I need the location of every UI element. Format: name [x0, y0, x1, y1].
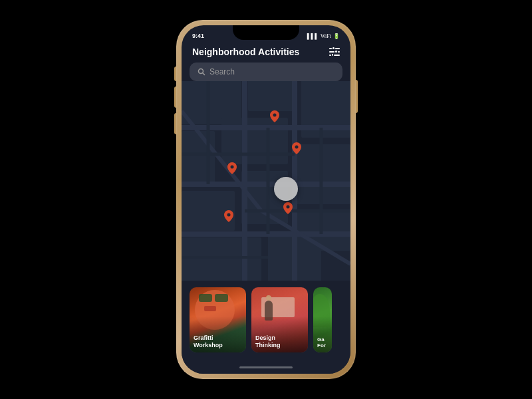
activity-cards: Grafitti Workshop Design T — [182, 281, 350, 360]
search-icon — [198, 68, 205, 76]
status-icons: ▌▌▌ WiFi 🔋 — [307, 33, 340, 39]
svg-point-27 — [273, 114, 276, 117]
wifi-icon: WiFi — [321, 33, 331, 39]
power-button — [356, 80, 358, 113]
notch — [233, 25, 299, 40]
map-streets — [182, 81, 350, 281]
phone-frame: 9:41 ▌▌▌ WiFi 🔋 Neighborhood Activities — [176, 20, 356, 379]
svg-rect-4 — [248, 81, 295, 111]
map-pin-4[interactable] — [224, 210, 233, 225]
search-bar[interactable]: Search — [190, 63, 342, 81]
search-placeholder: Search — [209, 67, 235, 76]
svg-point-29 — [231, 166, 234, 169]
app-header: Neighborhood Activities — [182, 44, 350, 63]
activity-card-design[interactable]: Design Thinking — [251, 287, 308, 352]
volume-up-button — [174, 86, 176, 108]
filter-button[interactable] — [329, 48, 340, 56]
activity-card-garden[interactable]: GaFor — [313, 287, 332, 352]
card-label-design: Design Thinking — [251, 331, 308, 352]
signal-icon: ▌▌▌ — [307, 33, 319, 39]
map-view[interactable] — [182, 81, 350, 281]
battery-icon: 🔋 — [333, 33, 340, 39]
map-pin-2[interactable] — [292, 142, 301, 157]
card-label-garden: GaFor — [313, 333, 332, 352]
svg-line-1 — [203, 73, 205, 75]
current-location — [274, 177, 298, 201]
svg-point-28 — [295, 146, 298, 149]
page-title: Neighborhood Activities — [192, 47, 299, 57]
svg-rect-11 — [182, 237, 261, 281]
map-pin-5[interactable] — [283, 202, 293, 217]
home-indicator — [239, 366, 293, 368]
home-bar — [182, 360, 350, 374]
time-display: 9:41 — [192, 33, 204, 39]
map-pin-3[interactable] — [227, 162, 237, 177]
card-label-graffiti: Grafitti Workshop — [190, 331, 246, 352]
svg-point-30 — [227, 213, 231, 217]
phone-screen: 9:41 ▌▌▌ WiFi 🔋 Neighborhood Activities — [182, 25, 350, 374]
mute-button — [174, 66, 176, 81]
activity-card-graffiti[interactable]: Grafitti Workshop — [190, 287, 246, 352]
volume-down-button — [174, 113, 176, 134]
map-pin-1[interactable] — [270, 110, 279, 125]
svg-point-31 — [287, 205, 290, 209]
